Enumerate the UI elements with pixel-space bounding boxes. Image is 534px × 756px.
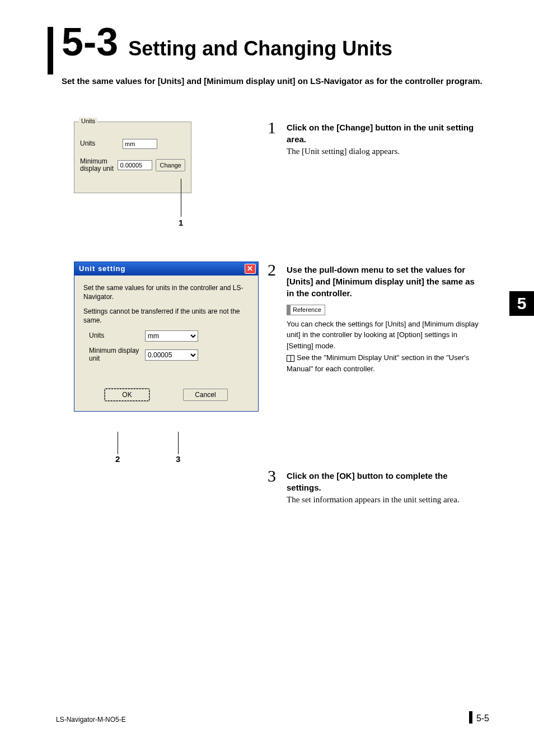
callout-line-3 bbox=[178, 432, 179, 454]
dialog-min-label: Minimum display unit bbox=[89, 347, 139, 363]
footer-doc-id: LS-Navigator-M-NO5-E bbox=[56, 716, 126, 724]
step-2: 2 Use the pull-down menu to set the valu… bbox=[268, 264, 480, 375]
step-1-instruction: Click on the [Change] button in the unit… bbox=[287, 123, 474, 144]
groupbox-legend: Units bbox=[79, 118, 97, 124]
dialog-units-label: Units bbox=[89, 332, 139, 340]
reference-body: You can check the settings for [Units] a… bbox=[287, 319, 480, 352]
section-heading: 5-3 Setting and Changing Units bbox=[62, 22, 493, 62]
callout-label-2: 2 bbox=[115, 454, 120, 464]
page-content: 5-3 Setting and Changing Units Set the s… bbox=[45, 22, 493, 122]
units-field[interactable] bbox=[123, 139, 157, 149]
section-number: 5-3 bbox=[62, 22, 118, 62]
reference-tag: Reference bbox=[287, 305, 325, 315]
min-display-unit-label: Minimum display unit bbox=[80, 158, 114, 174]
step-3-number: 3 bbox=[268, 466, 276, 486]
footer-page-number: 5-5 bbox=[476, 713, 489, 724]
book-note: See the "Minimum Display Unit" section i… bbox=[287, 353, 469, 373]
callout-label-1: 1 bbox=[179, 218, 183, 227]
callout-line-2 bbox=[118, 432, 118, 454]
intro-paragraph: Set the same values for [Units] and [Min… bbox=[62, 75, 493, 88]
cancel-button[interactable]: Cancel bbox=[183, 389, 228, 401]
unit-setting-dialog: Unit setting ✕ Set the same values for u… bbox=[74, 262, 259, 412]
dialog-text-1: Set the same values for units in the con… bbox=[83, 283, 249, 301]
chapter-tab: 5 bbox=[509, 291, 534, 316]
close-icon[interactable]: ✕ bbox=[245, 264, 256, 274]
step-1: 1 Click on the [Change] button in the un… bbox=[268, 122, 480, 157]
dialog-titlebar: Unit setting ✕ bbox=[74, 262, 258, 276]
min-display-unit-field[interactable] bbox=[118, 160, 152, 170]
step-1-number: 1 bbox=[268, 118, 276, 137]
dialog-units-select[interactable]: mm bbox=[145, 330, 198, 342]
dialog-title: Unit setting bbox=[79, 264, 126, 273]
section-title: Setting and Changing Units bbox=[128, 37, 392, 60]
dialog-min-select[interactable]: 0.00005 bbox=[145, 349, 198, 361]
dialog-text-2: Settings cannot be transferred if the un… bbox=[83, 307, 249, 325]
change-button[interactable]: Change bbox=[156, 159, 185, 171]
page-footer: LS-Navigator-M-NO5-E 5-5 bbox=[56, 713, 489, 724]
units-label: Units bbox=[80, 140, 119, 148]
ok-button[interactable]: OK bbox=[105, 389, 149, 401]
footer-accent-bar bbox=[469, 711, 472, 724]
step-3-instruction: Click on the [OK] button to complete the… bbox=[287, 471, 448, 492]
callout-line-1 bbox=[181, 179, 181, 217]
units-groupbox: Units Units Minimum display unit Change bbox=[74, 122, 191, 193]
step-2-number: 2 bbox=[268, 260, 276, 279]
step-2-instruction: Use the pull-down menu to set the values… bbox=[287, 265, 475, 298]
callout-label-3: 3 bbox=[176, 454, 180, 464]
step-3-result: The set information appears in the unit … bbox=[287, 495, 460, 504]
step-1-result: The [Unit setting] dialog appears. bbox=[287, 147, 400, 156]
book-icon bbox=[287, 355, 294, 362]
step-3: 3 Click on the [OK] button to complete t… bbox=[268, 470, 480, 506]
